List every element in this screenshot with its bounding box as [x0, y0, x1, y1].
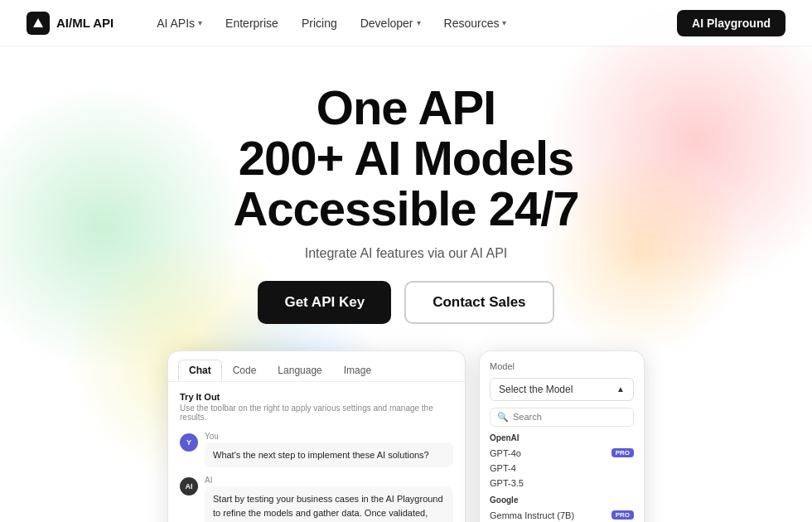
model-item-gemma7b[interactable]: Gemma Instruct (7B) PRO	[490, 508, 634, 522]
chat-body: Try It Out Use the toolbar on the right …	[168, 382, 465, 522]
model-select-text: Select the Model	[499, 384, 573, 395]
nav-link-resources[interactable]: Resources ▾	[434, 12, 517, 35]
tab-code[interactable]: Code	[222, 360, 268, 381]
model-search-box: 🔍	[490, 408, 634, 427]
search-icon: 🔍	[497, 412, 509, 423]
model-search-input[interactable]	[513, 412, 626, 422]
tab-language[interactable]: Language	[267, 360, 332, 381]
demo-section: Chat Code Language Image Try It Out Use …	[0, 350, 812, 522]
logo-icon	[27, 12, 50, 35]
hero-buttons: Get API Key Contact Sales	[0, 281, 812, 324]
chat-message-ai: AI AI Start by testing your business cas…	[180, 476, 453, 522]
pro-badge: PRO	[611, 510, 634, 520]
hero-subtitle: Integrate AI features via our AI API	[0, 246, 812, 261]
model-group-google: Google	[490, 495, 634, 505]
logo-text: AI/ML API	[56, 16, 114, 30]
nav-logo[interactable]: AI/ML API	[27, 12, 114, 35]
chevron-down-icon: ▾	[417, 18, 421, 27]
chevron-down-icon: ▾	[198, 18, 202, 27]
nav-link-ai-apis[interactable]: AI APIs ▾	[147, 12, 212, 35]
pro-badge: PRO	[611, 448, 634, 457]
message-sender-ai: AI	[205, 476, 453, 485]
message-text-user: What's the next step to implement these …	[205, 442, 453, 468]
message-sender-you: You	[205, 432, 453, 441]
contact-sales-button[interactable]: Contact Sales	[404, 281, 553, 324]
model-select-dropdown[interactable]: Select the Model ▲	[490, 378, 634, 401]
model-item-gpt4o[interactable]: GPT-4o PRO	[490, 446, 634, 461]
nav-link-pricing[interactable]: Pricing	[292, 12, 347, 35]
chevron-up-icon: ▲	[616, 384, 625, 394]
ai-playground-button[interactable]: AI Playground	[677, 10, 785, 36]
model-item-gpt4[interactable]: GPT-4	[490, 461, 634, 476]
try-it-out-title: Try It Out	[180, 392, 453, 402]
avatar-ai: AI	[180, 477, 198, 495]
nav-links: AI APIs ▾ Enterprise Pricing Developer ▾…	[147, 12, 677, 35]
chevron-down-icon: ▾	[502, 18, 506, 27]
chat-tabs: Chat Code Language Image	[168, 351, 465, 382]
model-group-openai: OpenAI	[490, 433, 634, 442]
nav-link-enterprise[interactable]: Enterprise	[215, 12, 288, 35]
model-item-gpt35[interactable]: GPT-3.5	[490, 476, 634, 491]
hero-title: One API 200+ AI Models Accessible 24/7	[0, 83, 812, 234]
get-api-key-button[interactable]: Get API Key	[258, 281, 391, 324]
try-it-out-desc: Use the toolbar on the right to apply va…	[180, 404, 453, 422]
avatar-you: Y	[180, 433, 198, 452]
model-panel-label: Model	[490, 361, 634, 371]
chat-panel: Chat Code Language Image Try It Out Use …	[167, 350, 466, 522]
tab-chat[interactable]: Chat	[178, 360, 222, 381]
tab-image[interactable]: Image	[333, 360, 382, 381]
navbar: AI/ML API AI APIs ▾ Enterprise Pricing D…	[0, 0, 812, 46]
nav-link-developer[interactable]: Developer ▾	[350, 12, 431, 35]
message-text-ai: Start by testing your business cases in …	[205, 486, 453, 522]
chat-message-user: Y You What's the next step to implement …	[180, 432, 453, 468]
model-panel: Model Select the Model ▲ 🔍 OpenAI GPT-4o…	[479, 350, 645, 522]
hero-section: One API 200+ AI Models Accessible 24/7 I…	[0, 46, 812, 341]
